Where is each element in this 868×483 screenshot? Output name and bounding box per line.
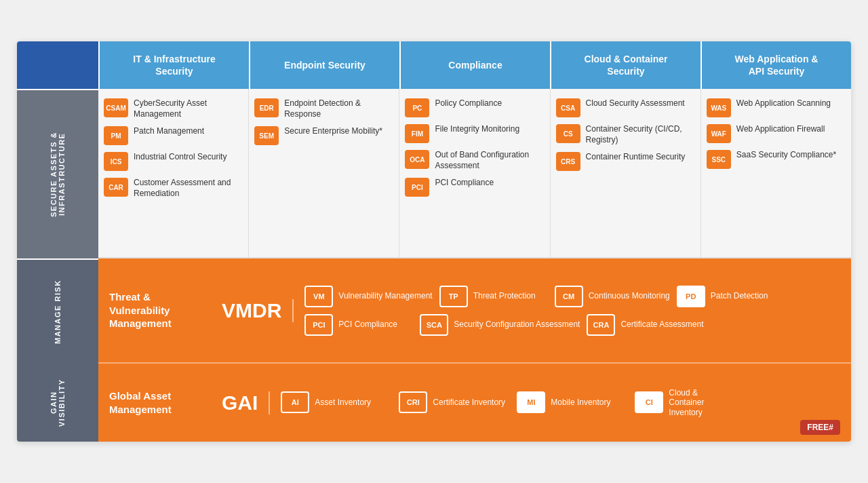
oca-item: OCA Out of Band Configuration Assessment — [405, 150, 544, 171]
header-web: Web Application & API Security — [701, 41, 851, 89]
header-compliance: Compliance — [399, 41, 550, 89]
csa-item: CSA Cloud Security Assessment — [556, 98, 695, 117]
ssc-badge: SSC — [707, 150, 731, 169]
free-badge: FREE# — [800, 420, 840, 435]
main-container: IT & Infrastructure Security Endpoint Se… — [17, 41, 851, 442]
sca-badge: SCA — [420, 314, 448, 336]
mi-item: MI Mobile Inventory — [517, 391, 625, 413]
cm-item: CM Continuous Monitoring — [555, 286, 670, 307]
vm-badge: VM — [304, 286, 333, 307]
csam-badge: CSAM — [104, 98, 128, 117]
ci-badge: CI — [635, 391, 663, 413]
ci-item: CI Cloud & Container Inventory — [635, 388, 743, 417]
manage-items: VM Vulnerability Management TP Threat Pr… — [304, 286, 840, 336]
ai-badge: AI — [281, 391, 309, 413]
manage-risk-row: Threat & Vulnerability Management VMDR V… — [98, 258, 851, 364]
tp-item: TP Threat Protection — [439, 286, 548, 307]
pci-manage-item: PCI PCI Compliance — [304, 314, 413, 336]
manage-acronym: VMDR — [211, 299, 294, 322]
row-label-gain: GAIN VISIBILITY — [17, 364, 98, 442]
ssc-item: SSC SaaS Security Compliance* — [707, 150, 846, 169]
car-badge: CAR — [104, 178, 128, 197]
body-area: SECURE ASSETS & INFRASTRUCTURE MANAGE RI… — [17, 89, 851, 442]
ai-item: AI Asset Inventory — [281, 391, 389, 413]
pm-item: PM Patch Management — [104, 126, 243, 145]
web-cell: WAS Web Application Scanning WAF Web App… — [701, 89, 851, 258]
content-grid: CSAM CyberSecurity Asset Management PM P… — [98, 89, 851, 442]
header-it: IT & Infrastructure Security — [98, 41, 249, 89]
pc-item: PC Policy Compliance — [405, 98, 544, 117]
car-item: CAR Customer Assessment and Remediation — [104, 178, 243, 199]
waf-item: WAF Web Application Firewall — [707, 124, 846, 143]
mi-badge: MI — [517, 391, 545, 413]
pc-badge: PC — [405, 98, 429, 117]
row-label-secure: SECURE ASSETS & INFRASTRUCTURE — [17, 89, 98, 258]
it-cell: CSAM CyberSecurity Asset Management PM P… — [98, 89, 248, 258]
gain-items: AI Asset Inventory CRI Certificate Inven… — [281, 388, 800, 417]
cri-badge: CRI — [399, 391, 427, 413]
compliance-cell: PC Policy Compliance FIM File Integrity … — [399, 89, 549, 258]
gain-acronym: GAI — [211, 391, 270, 414]
was-badge: WAS — [707, 98, 731, 117]
cri-item: CRI Certificate Inventory — [399, 391, 507, 413]
pci-badge: PCI — [405, 178, 429, 197]
fim-badge: FIM — [405, 124, 429, 143]
row-label-manage: MANAGE RISK — [17, 258, 98, 364]
sem-badge: SEM — [254, 126, 279, 145]
pci-manage-badge: PCI — [304, 314, 333, 336]
gain-title: Global Asset Management — [109, 389, 211, 416]
pd-badge: PD — [677, 286, 705, 307]
ics-item: ICS Industrial Control Security — [104, 152, 243, 171]
pci-item: PCI PCI Compliance — [405, 178, 544, 197]
header-row: IT & Infrastructure Security Endpoint Se… — [17, 41, 851, 89]
crs-badge: CRS — [556, 152, 580, 171]
cs-item: CS Container Security (CI/CD, Registry) — [556, 124, 695, 145]
row-labels: SECURE ASSETS & INFRASTRUCTURE MANAGE RI… — [17, 89, 98, 442]
cm-badge: CM — [555, 286, 583, 307]
edr-item: EDR Endpoint Detection & Response — [254, 98, 393, 119]
ics-badge: ICS — [104, 152, 128, 171]
csam-item: CSAM CyberSecurity Asset Management — [104, 98, 243, 119]
cs-badge: CS — [556, 124, 580, 143]
secure-assets-row: CSAM CyberSecurity Asset Management PM P… — [98, 89, 851, 258]
fim-item: FIM File Integrity Monitoring — [405, 124, 544, 143]
crs-item: CRS Container Runtime Security — [556, 152, 695, 171]
csa-badge: CSA — [556, 98, 580, 117]
pm-badge: PM — [104, 126, 128, 145]
endpoint-cell: EDR Endpoint Detection & Response SEM Se… — [248, 89, 399, 258]
header-cloud: Cloud & Container Security — [550, 41, 701, 89]
cloud-cell: CSA Cloud Security Assessment CS Contain… — [550, 89, 701, 258]
sca-item: SCA Security Configuration Assessment — [420, 314, 580, 336]
oca-badge: OCA — [405, 150, 429, 169]
was-item: WAS Web Application Scanning — [707, 98, 846, 117]
waf-badge: WAF — [707, 124, 731, 143]
gain-visibility-row: Global Asset Management GAI AI Asset Inv… — [98, 364, 851, 442]
pd-item: PD Patch Detection — [677, 286, 785, 307]
cra-item: CRA Certificate Assessment — [587, 314, 703, 336]
vm-item: VM Vulnerability Management — [304, 286, 432, 307]
header-endpoint: Endpoint Security — [249, 41, 399, 89]
edr-badge: EDR — [254, 98, 279, 117]
cra-badge: CRA — [587, 314, 615, 336]
header-corner — [17, 41, 98, 89]
tp-badge: TP — [439, 286, 468, 307]
sem-item: SEM Secure Enterprise Mobility* — [254, 126, 393, 145]
manage-title: Threat & Vulnerability Management — [109, 290, 211, 330]
